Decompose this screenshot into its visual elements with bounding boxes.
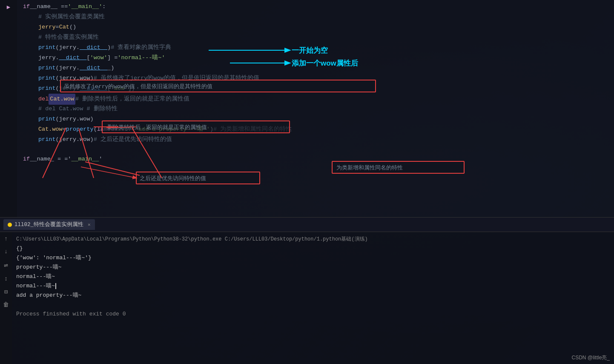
terminal-tab-dot xyxy=(8,223,12,227)
terminal-cursor xyxy=(55,283,56,289)
paren9: (jerry. xyxy=(56,83,80,94)
kw-del10: del xyxy=(38,94,49,104)
kw-if16: if xyxy=(23,154,30,164)
bracket-close6: ] = xyxy=(107,53,118,63)
fn-property13: property xyxy=(66,124,94,135)
comment5: # 查看对象的属性字典 xyxy=(111,43,171,53)
code-line-2: 💡 # 实例属性会覆盖类属性 xyxy=(17,12,614,22)
code-line-4: # 特性会覆盖实例属性 xyxy=(17,32,614,43)
comment13: # 为类新增和属性同名的特性 xyxy=(213,124,292,135)
scroll-down-icon[interactable]: ↓ xyxy=(4,248,8,255)
terminal-output-4-text: normal---喵~ xyxy=(16,272,55,281)
punc5: (jerry. xyxy=(56,43,80,53)
comment14: # 之后还是优先访问特性的值 xyxy=(94,135,172,145)
terminal-output-4: normal---喵~ xyxy=(16,272,610,281)
terminal-header: lll02_特性会覆盖实例属性 ✕ xyxy=(0,218,614,232)
comment11: # del Cat.wow # 删除特性 xyxy=(38,104,118,114)
jerry6: jerry. xyxy=(38,53,59,63)
code-line-13: Cat.wow = property ( lambda self: 'add a… xyxy=(17,124,614,135)
code-line-10: del Cat.wow # 删除类特性后，返回的就是正常的属性值 xyxy=(17,94,614,104)
terminal-output-2: {'wow': 'normal---喵~'} xyxy=(16,253,610,263)
fn-print14: print xyxy=(38,135,56,145)
str-wow6: 'wow' xyxy=(90,53,108,63)
close13: ) xyxy=(210,124,213,135)
terminal-output-5: normal---喵~ xyxy=(16,281,610,291)
str-wow9: 'wow' xyxy=(111,83,128,94)
terminal-area: lll02_特性会覆盖实例属性 ✕ ↑ ↓ ⇌ ↕ ⊟ 🗑 C:\Users\L… xyxy=(0,217,614,364)
wrap-icon[interactable]: ⇌ xyxy=(4,261,8,269)
colon: : xyxy=(102,2,106,12)
terminal-path-line: C:\Users\LLL03\AppData\Local\Programs\Py… xyxy=(16,235,610,244)
str-normal6: 'normal---喵~' xyxy=(118,53,165,63)
terminal-tab-label: lll02_特性会覆盖实例属性 xyxy=(14,221,83,228)
paren14: (jerry.wow) xyxy=(56,135,94,145)
cat13: Cat.wow xyxy=(38,124,63,135)
fn-print12: print xyxy=(38,114,56,124)
code-line-9: print (jerry. __dict__ [ 'wow' ]) xyxy=(17,83,614,94)
comment-line4: # 特性会覆盖实例属性 xyxy=(38,32,99,43)
fn-print8: print xyxy=(38,73,56,83)
bracket6: [ xyxy=(86,53,90,63)
selected-cat-wow: Cat.wow xyxy=(49,94,75,105)
keyword-if: if xyxy=(23,2,30,12)
code-line-1: if __name__ == '__main__' : xyxy=(17,2,614,12)
dunder-dict7: __dict__ xyxy=(80,63,107,73)
dunder-dict6: __dict__ xyxy=(59,53,87,63)
self13: self: xyxy=(118,124,135,135)
comment-line2: # 实例属性会覆盖类属性 xyxy=(38,12,105,22)
code-line-6: jerry. __dict__ [ 'wow' ] = 'normal---喵~… xyxy=(17,53,614,63)
sort-icon[interactable]: ↕ xyxy=(4,275,8,282)
paren8: (jerry.wow) xyxy=(56,73,94,83)
dunder9: __dict__ xyxy=(80,83,107,94)
terminal-output-5-text: normal---喵~ xyxy=(16,281,55,291)
code-line-11: # del Cat.wow # 删除特性 xyxy=(17,104,614,114)
fn-print7: print xyxy=(38,63,56,73)
code-content: if __name__ == '__main__' : 💡 # 实例属性会覆盖类… xyxy=(17,0,614,217)
editor-area: ▶ if __name__ == '__main__' : 💡 # 实例属性会覆… xyxy=(0,0,614,217)
var-jerry: jerry xyxy=(38,22,56,32)
paren12: (jerry.wow) xyxy=(56,114,94,124)
csdn-watermark: CSDN @little亮_ xyxy=(571,354,610,361)
code-text: __name__ == xyxy=(30,2,68,12)
dunder-dict5: __dict__ xyxy=(80,43,107,53)
code-line-3: jerry = Cat () xyxy=(17,22,614,32)
eq16: _ = =' xyxy=(51,154,72,164)
code-line-16: if __name _ = =' __main__ ' xyxy=(17,154,614,164)
code-line-14: print (jerry.wow) # 之后还是优先访问特性的值 xyxy=(17,135,614,145)
class-cat: Cat xyxy=(59,22,69,32)
collapse-icon[interactable]: ▶ xyxy=(4,3,13,11)
bracket9: [ xyxy=(107,83,111,94)
str-main16: __main__ xyxy=(71,154,99,164)
terminal-tab[interactable]: lll02_特性会覆盖实例属性 ✕ xyxy=(3,219,95,230)
kw-lambda13: lambda xyxy=(97,124,118,135)
terminal-output-1: {} xyxy=(16,244,610,253)
print-icon[interactable]: ⊟ xyxy=(4,288,8,295)
name16: __name xyxy=(30,154,51,164)
comment8: # 虽然修改了jerry的wow的值，但是依旧返回的是其特性的值 xyxy=(94,73,259,83)
terminal-left-icons: ↑ ↓ ⇌ ↕ ⊟ 🗑 xyxy=(0,232,12,364)
code-line-8: print (jerry.wow) # 虽然修改了jerry的wow的值，但是依… xyxy=(17,73,614,83)
csdn-text: CSDN @little亮_ xyxy=(571,355,610,361)
code-line-5: print (jerry. __dict__ ) # 查看对象的属性字典 xyxy=(17,43,614,53)
terminal-output-blank xyxy=(16,300,610,310)
scroll-up-icon[interactable]: ↑ xyxy=(4,235,8,242)
trash-icon[interactable]: 🗑 xyxy=(3,301,9,308)
terminal-output-6: add a property---喵~ xyxy=(16,291,610,300)
string-main: '__main__' xyxy=(68,2,102,12)
terminal-content: C:\Users\LLL03\AppData\Local\Programs\Py… xyxy=(0,232,614,364)
paren13: ( xyxy=(94,124,97,135)
eq13: = xyxy=(63,124,66,135)
str13: 'add a property---喵~' xyxy=(135,124,210,135)
terminal-tab-close[interactable]: ✕ xyxy=(88,222,91,227)
paren7: (jerry. xyxy=(56,63,80,73)
close5: ) xyxy=(107,43,111,53)
code-line-15 xyxy=(17,145,614,152)
terminal-output-3: property---喵~ xyxy=(16,263,610,272)
close7: _) xyxy=(107,63,114,73)
editor-sidebar: ▶ xyxy=(0,0,17,217)
fn-print5: print xyxy=(38,43,56,53)
comment10: # 删除类特性后，返回的就是正常的属性值 xyxy=(75,94,189,104)
parens: () xyxy=(69,22,76,32)
code-line-7: print (jerry. __dict__ _) xyxy=(17,63,614,73)
op-eq: = xyxy=(56,22,59,32)
